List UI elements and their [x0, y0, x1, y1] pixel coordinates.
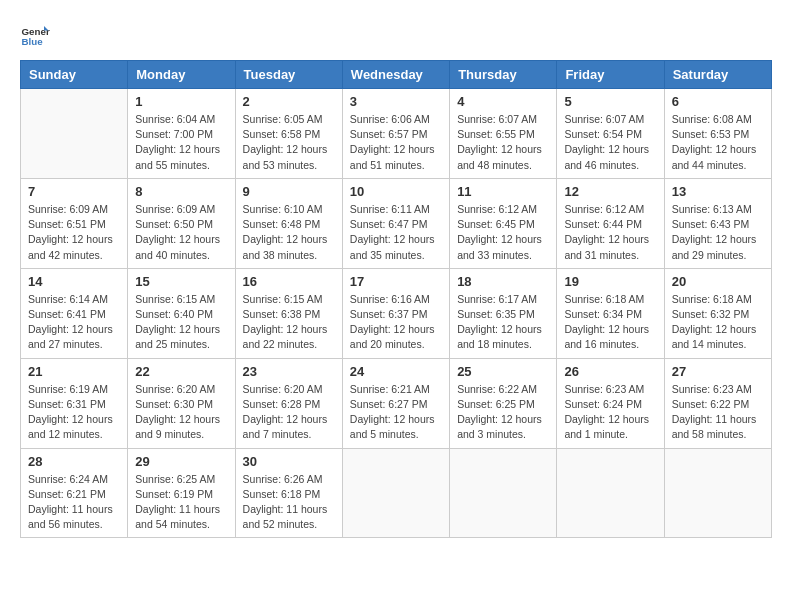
- calendar-cell: 29Sunrise: 6:25 AM Sunset: 6:19 PM Dayli…: [128, 448, 235, 538]
- calendar-cell: 18Sunrise: 6:17 AM Sunset: 6:35 PM Dayli…: [450, 268, 557, 358]
- calendar-week-row: 14Sunrise: 6:14 AM Sunset: 6:41 PM Dayli…: [21, 268, 772, 358]
- day-number: 23: [243, 364, 335, 379]
- day-info: Sunrise: 6:21 AM Sunset: 6:27 PM Dayligh…: [350, 382, 442, 443]
- calendar-cell: 5Sunrise: 6:07 AM Sunset: 6:54 PM Daylig…: [557, 89, 664, 179]
- day-info: Sunrise: 6:20 AM Sunset: 6:30 PM Dayligh…: [135, 382, 227, 443]
- day-info: Sunrise: 6:06 AM Sunset: 6:57 PM Dayligh…: [350, 112, 442, 173]
- calendar-day-header: Friday: [557, 61, 664, 89]
- day-info: Sunrise: 6:19 AM Sunset: 6:31 PM Dayligh…: [28, 382, 120, 443]
- day-number: 11: [457, 184, 549, 199]
- calendar-cell: 24Sunrise: 6:21 AM Sunset: 6:27 PM Dayli…: [342, 358, 449, 448]
- day-info: Sunrise: 6:22 AM Sunset: 6:25 PM Dayligh…: [457, 382, 549, 443]
- day-number: 25: [457, 364, 549, 379]
- day-info: Sunrise: 6:09 AM Sunset: 6:51 PM Dayligh…: [28, 202, 120, 263]
- day-info: Sunrise: 6:20 AM Sunset: 6:28 PM Dayligh…: [243, 382, 335, 443]
- calendar-day-header: Monday: [128, 61, 235, 89]
- day-info: Sunrise: 6:11 AM Sunset: 6:47 PM Dayligh…: [350, 202, 442, 263]
- day-number: 8: [135, 184, 227, 199]
- day-number: 10: [350, 184, 442, 199]
- calendar-cell: 14Sunrise: 6:14 AM Sunset: 6:41 PM Dayli…: [21, 268, 128, 358]
- day-info: Sunrise: 6:07 AM Sunset: 6:54 PM Dayligh…: [564, 112, 656, 173]
- calendar-cell: [557, 448, 664, 538]
- day-number: 30: [243, 454, 335, 469]
- calendar-cell: [342, 448, 449, 538]
- day-info: Sunrise: 6:14 AM Sunset: 6:41 PM Dayligh…: [28, 292, 120, 353]
- calendar-week-row: 7Sunrise: 6:09 AM Sunset: 6:51 PM Daylig…: [21, 178, 772, 268]
- calendar-week-row: 28Sunrise: 6:24 AM Sunset: 6:21 PM Dayli…: [21, 448, 772, 538]
- calendar-cell: 30Sunrise: 6:26 AM Sunset: 6:18 PM Dayli…: [235, 448, 342, 538]
- day-info: Sunrise: 6:09 AM Sunset: 6:50 PM Dayligh…: [135, 202, 227, 263]
- day-number: 28: [28, 454, 120, 469]
- day-number: 29: [135, 454, 227, 469]
- day-number: 17: [350, 274, 442, 289]
- day-number: 26: [564, 364, 656, 379]
- calendar-cell: 12Sunrise: 6:12 AM Sunset: 6:44 PM Dayli…: [557, 178, 664, 268]
- logo-icon: General Blue: [20, 20, 50, 50]
- day-info: Sunrise: 6:17 AM Sunset: 6:35 PM Dayligh…: [457, 292, 549, 353]
- day-number: 14: [28, 274, 120, 289]
- day-number: 1: [135, 94, 227, 109]
- day-info: Sunrise: 6:23 AM Sunset: 6:24 PM Dayligh…: [564, 382, 656, 443]
- svg-text:Blue: Blue: [22, 36, 44, 47]
- calendar-cell: 20Sunrise: 6:18 AM Sunset: 6:32 PM Dayli…: [664, 268, 771, 358]
- day-number: 20: [672, 274, 764, 289]
- day-number: 18: [457, 274, 549, 289]
- calendar-cell: 4Sunrise: 6:07 AM Sunset: 6:55 PM Daylig…: [450, 89, 557, 179]
- calendar-cell: 6Sunrise: 6:08 AM Sunset: 6:53 PM Daylig…: [664, 89, 771, 179]
- day-info: Sunrise: 6:12 AM Sunset: 6:44 PM Dayligh…: [564, 202, 656, 263]
- calendar-day-header: Thursday: [450, 61, 557, 89]
- day-info: Sunrise: 6:24 AM Sunset: 6:21 PM Dayligh…: [28, 472, 120, 533]
- day-info: Sunrise: 6:07 AM Sunset: 6:55 PM Dayligh…: [457, 112, 549, 173]
- page-header: General Blue: [20, 20, 772, 50]
- calendar-day-header: Tuesday: [235, 61, 342, 89]
- calendar-cell: [450, 448, 557, 538]
- calendar-cell: 25Sunrise: 6:22 AM Sunset: 6:25 PM Dayli…: [450, 358, 557, 448]
- calendar-cell: 8Sunrise: 6:09 AM Sunset: 6:50 PM Daylig…: [128, 178, 235, 268]
- day-info: Sunrise: 6:12 AM Sunset: 6:45 PM Dayligh…: [457, 202, 549, 263]
- calendar-cell: 9Sunrise: 6:10 AM Sunset: 6:48 PM Daylig…: [235, 178, 342, 268]
- calendar-cell: 2Sunrise: 6:05 AM Sunset: 6:58 PM Daylig…: [235, 89, 342, 179]
- calendar-cell: 1Sunrise: 6:04 AM Sunset: 7:00 PM Daylig…: [128, 89, 235, 179]
- calendar-cell: 27Sunrise: 6:23 AM Sunset: 6:22 PM Dayli…: [664, 358, 771, 448]
- day-number: 5: [564, 94, 656, 109]
- calendar-day-header: Sunday: [21, 61, 128, 89]
- day-info: Sunrise: 6:18 AM Sunset: 6:32 PM Dayligh…: [672, 292, 764, 353]
- day-info: Sunrise: 6:23 AM Sunset: 6:22 PM Dayligh…: [672, 382, 764, 443]
- day-number: 9: [243, 184, 335, 199]
- logo: General Blue: [20, 20, 54, 50]
- calendar-day-header: Wednesday: [342, 61, 449, 89]
- calendar-cell: 26Sunrise: 6:23 AM Sunset: 6:24 PM Dayli…: [557, 358, 664, 448]
- day-number: 3: [350, 94, 442, 109]
- calendar-table: SundayMondayTuesdayWednesdayThursdayFrid…: [20, 60, 772, 538]
- day-info: Sunrise: 6:08 AM Sunset: 6:53 PM Dayligh…: [672, 112, 764, 173]
- day-number: 16: [243, 274, 335, 289]
- day-info: Sunrise: 6:05 AM Sunset: 6:58 PM Dayligh…: [243, 112, 335, 173]
- calendar-cell: 22Sunrise: 6:20 AM Sunset: 6:30 PM Dayli…: [128, 358, 235, 448]
- day-info: Sunrise: 6:10 AM Sunset: 6:48 PM Dayligh…: [243, 202, 335, 263]
- calendar-cell: [664, 448, 771, 538]
- calendar-cell: 21Sunrise: 6:19 AM Sunset: 6:31 PM Dayli…: [21, 358, 128, 448]
- day-number: 7: [28, 184, 120, 199]
- calendar-cell: 16Sunrise: 6:15 AM Sunset: 6:38 PM Dayli…: [235, 268, 342, 358]
- calendar-week-row: 21Sunrise: 6:19 AM Sunset: 6:31 PM Dayli…: [21, 358, 772, 448]
- calendar-cell: 13Sunrise: 6:13 AM Sunset: 6:43 PM Dayli…: [664, 178, 771, 268]
- day-info: Sunrise: 6:25 AM Sunset: 6:19 PM Dayligh…: [135, 472, 227, 533]
- day-number: 13: [672, 184, 764, 199]
- calendar-cell: 17Sunrise: 6:16 AM Sunset: 6:37 PM Dayli…: [342, 268, 449, 358]
- calendar-header-row: SundayMondayTuesdayWednesdayThursdayFrid…: [21, 61, 772, 89]
- day-number: 6: [672, 94, 764, 109]
- calendar-cell: 19Sunrise: 6:18 AM Sunset: 6:34 PM Dayli…: [557, 268, 664, 358]
- calendar-cell: 7Sunrise: 6:09 AM Sunset: 6:51 PM Daylig…: [21, 178, 128, 268]
- day-number: 22: [135, 364, 227, 379]
- calendar-cell: 3Sunrise: 6:06 AM Sunset: 6:57 PM Daylig…: [342, 89, 449, 179]
- calendar-cell: [21, 89, 128, 179]
- calendar-cell: 10Sunrise: 6:11 AM Sunset: 6:47 PM Dayli…: [342, 178, 449, 268]
- calendar-cell: 23Sunrise: 6:20 AM Sunset: 6:28 PM Dayli…: [235, 358, 342, 448]
- calendar-cell: 11Sunrise: 6:12 AM Sunset: 6:45 PM Dayli…: [450, 178, 557, 268]
- day-info: Sunrise: 6:18 AM Sunset: 6:34 PM Dayligh…: [564, 292, 656, 353]
- day-info: Sunrise: 6:15 AM Sunset: 6:40 PM Dayligh…: [135, 292, 227, 353]
- day-number: 15: [135, 274, 227, 289]
- day-info: Sunrise: 6:04 AM Sunset: 7:00 PM Dayligh…: [135, 112, 227, 173]
- day-number: 4: [457, 94, 549, 109]
- day-number: 27: [672, 364, 764, 379]
